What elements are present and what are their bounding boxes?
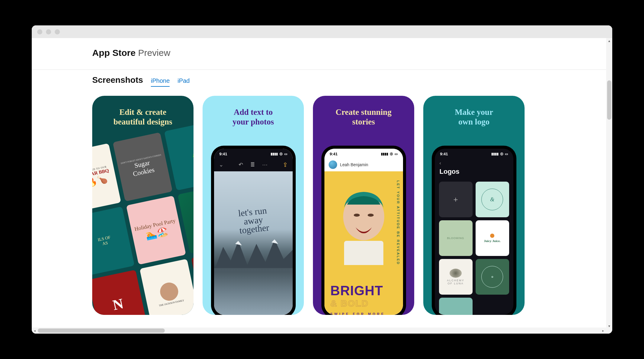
layers-icon[interactable]: ≣ <box>250 161 255 168</box>
card-cookies: DON'T FORGET ABOUT SANTA'S COOKIES Sugar… <box>113 132 173 202</box>
vscrollbar-thumb[interactable] <box>607 80 611 120</box>
svg-point-5 <box>368 214 374 217</box>
maximize-window-icon[interactable] <box>55 29 60 34</box>
screenshot-4-headline: Make your own logo <box>423 96 525 130</box>
battery-icon: ▭ <box>505 152 508 156</box>
story-canvas[interactable]: LET YOUR ATTITUDE BE REVEALED <box>324 171 403 315</box>
wifi-icon: ⦿ <box>500 152 503 156</box>
page-header: App Store Preview <box>32 38 606 61</box>
phone-mock-4: 9:41 ▮▮▮▮ ⦿ ▭ ‹ Logos <box>432 146 516 315</box>
scroll-down-icon[interactable]: ▾ <box>608 324 610 328</box>
undo-icon[interactable]: ↶ <box>239 161 243 168</box>
story-swipe-text: SWIPE FOR MORE <box>330 312 385 315</box>
screenshot-1-headline: Edit & create beautiful designs <box>92 96 194 130</box>
battery-icon: ▭ <box>284 152 287 156</box>
scroll-left-icon[interactable]: ◂ <box>32 329 38 333</box>
photo-text[interactable]: let's run away together <box>232 205 274 235</box>
story-bold-text: & BOLD <box>330 298 369 309</box>
juice-icon <box>490 234 494 238</box>
horizontal-scrollbar[interactable]: ◂ ▸ <box>32 328 606 334</box>
status-time: 9:41 <box>220 152 227 156</box>
tab-ipad[interactable]: iPad <box>177 77 190 86</box>
card-noel: N <box>92 270 148 315</box>
editor-toolbar: ⌄ ↶ ≣ ⋯ ⇪ <box>214 158 293 171</box>
avatar[interactable] <box>329 160 337 169</box>
close-window-icon[interactable] <box>37 29 42 34</box>
status-time: 9:41 <box>330 152 338 156</box>
story-header: Leah Benjamin <box>324 158 403 171</box>
browser-window: App Store Preview Screenshots iPhone iPa… <box>32 25 612 334</box>
story-username[interactable]: Leah Benjamin <box>340 162 368 167</box>
card-tails: ILS OF AS <box>92 206 135 276</box>
more-icon[interactable]: ⋯ <box>262 161 268 168</box>
design-collage: YOU'RE INVITED TO OUR NEW YEAR BBQ 🍖🔥🍗 D… <box>92 127 194 315</box>
card-pool: Holiday Pool Party 🏊🏖️ <box>126 196 186 265</box>
vertical-scrollbar[interactable]: ▴ ▾ <box>606 38 612 334</box>
logo-tile-blooming[interactable]: BLOOMING <box>439 220 473 256</box>
screenshot-1[interactable]: Edit & create beautiful designs YOU'RE I… <box>92 96 194 315</box>
app-store-label: App Store <box>92 48 135 58</box>
scroll-up-icon[interactable]: ▴ <box>608 39 610 43</box>
screenshot-2-headline: Add text to your photos <box>203 96 304 130</box>
battery-icon: ▭ <box>395 152 398 156</box>
scroll-right-icon[interactable]: ▸ <box>600 329 606 333</box>
logo-tile-extra[interactable] <box>439 298 473 315</box>
tab-iphone[interactable]: iPhone <box>151 77 170 87</box>
preview-label: Preview <box>138 48 171 58</box>
status-bar: 9:41 ▮▮▮▮ ⦿ ▭ <box>214 149 293 158</box>
wifi-icon: ⦿ <box>390 152 393 156</box>
screenshot-3-headline: Create stunning stories <box>313 96 414 130</box>
phone-mock-2: 9:41 ▮▮▮▮ ⦿ ▭ ⌄ <box>211 146 296 315</box>
story-bright-text: BRIGHT <box>330 283 383 298</box>
signal-icon: ▮▮▮▮ <box>271 152 278 156</box>
card-family: THE JACKSON FAMILY <box>140 259 194 315</box>
screenshots-header: Screenshots iPhone iPad <box>32 70 606 87</box>
logo-tile-juice[interactable]: Juicy Juice. <box>476 220 509 256</box>
page-content: App Store Preview Screenshots iPhone iPa… <box>32 38 606 334</box>
wifi-icon: ⦿ <box>279 152 283 156</box>
scrollbar-thumb[interactable] <box>38 328 165 333</box>
svg-point-4 <box>354 214 360 217</box>
signal-icon: ▮▮▮▮ <box>491 152 499 156</box>
back-icon[interactable]: ⌄ <box>219 161 223 168</box>
photo-canvas[interactable]: let's run away together <box>214 171 293 315</box>
status-bar: 9:41 ▮▮▮▮ ⦿ ▭ <box>324 149 403 158</box>
screenshot-4[interactable]: Make your own logo 9:41 ▮▮▮▮ ⦿ ▭ <box>423 96 525 315</box>
story-vertical-text: LET YOUR ATTITUDE BE REVEALED <box>396 180 400 265</box>
signal-icon: ▮▮▮▮ <box>381 152 388 156</box>
add-logo-button[interactable]: + <box>439 182 473 217</box>
logos-header: ‹ Logos <box>435 158 513 179</box>
status-bar: 9:41 ▮▮▮▮ ⦿ ▭ <box>435 149 513 158</box>
status-time: 9:41 <box>440 152 448 156</box>
window-titlebar <box>32 25 612 38</box>
back-icon[interactable]: ‹ <box>440 160 509 166</box>
export-icon[interactable]: ⇪ <box>283 161 288 168</box>
screenshots-carousel[interactable]: Edit & create beautiful designs YOU'RE I… <box>32 87 606 315</box>
screenshot-3[interactable]: Create stunning stories 9:41 ▮▮▮▮ ⦿ ▭ <box>313 96 414 315</box>
logo-tile-bread[interactable]: & <box>476 182 509 217</box>
logos-title: Logos <box>440 166 509 177</box>
person-illustration <box>335 186 392 266</box>
phone-mock-3: 9:41 ▮▮▮▮ ⦿ ▭ Leah Benjamin <box>321 146 406 315</box>
logo-tile-alchemy[interactable]: ALCHEMY OF LUNA <box>439 259 473 295</box>
logo-tile-greenfield[interactable]: ✿ <box>476 259 509 295</box>
section-title: Screenshots <box>92 75 143 85</box>
minimize-window-icon[interactable] <box>46 29 51 34</box>
logo-grid: + & BLOOMING Juicy J <box>435 179 513 315</box>
svg-rect-6 <box>344 241 383 265</box>
svg-marker-0 <box>214 239 293 271</box>
screenshot-2[interactable]: Add text to your photos 9:41 ▮▮▮▮ ⦿ ▭ <box>203 96 304 315</box>
